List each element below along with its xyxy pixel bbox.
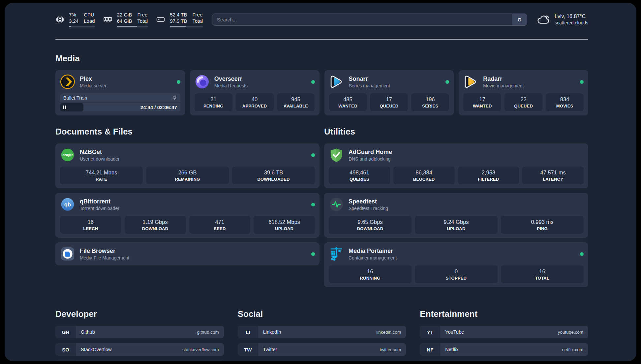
- header-divider: [55, 39, 588, 40]
- link-domain: linkedin.com: [376, 330, 401, 335]
- ram-free-value: 22 GiB: [117, 12, 132, 18]
- link-linkedin[interactable]: LI LinkedIn linkedin.com: [238, 326, 406, 338]
- app-name: AdGuard Home: [349, 148, 392, 156]
- adguard-card[interactable]: AdGuard Home DNS and adblocking 498,461Q…: [324, 143, 588, 188]
- link-domain: youtube.com: [558, 330, 583, 335]
- stat-box: 40APPROVED: [236, 93, 274, 111]
- app-description: Media Requests: [214, 83, 248, 88]
- link-reddit[interactable]: RE Reddit reddit.com: [420, 361, 588, 361]
- search-engine-button[interactable]: G: [512, 14, 527, 25]
- developer-section-title: Developer: [55, 309, 224, 319]
- speedtest-icon: [329, 197, 344, 212]
- disk-total-label: Total: [192, 18, 203, 24]
- app-description: Container management: [349, 255, 397, 260]
- link-abbr: LI: [238, 326, 258, 338]
- now-playing-title: Bullet Train: [63, 95, 87, 101]
- screen-frame: 7% 3.24 CPU Load: [0, 0, 641, 364]
- status-dot: [311, 203, 315, 206]
- status-dot: [311, 252, 315, 256]
- portainer-card[interactable]: Media Portainer Container management 16R…: [324, 242, 588, 287]
- svg-text:qb: qb: [64, 201, 71, 208]
- link-stackoverflow[interactable]: SO StackOverflow stackoverflow.com: [55, 343, 224, 356]
- entertainment-section-title: Entertainment: [420, 309, 588, 319]
- qbittorrent-card[interactable]: qb qBittorrent Torrent downloader 16LEEC…: [55, 193, 320, 238]
- stat-box: 0STOPPED: [415, 265, 498, 283]
- app-description: Torrent downloader: [80, 206, 119, 211]
- stat-box: 471SEED: [189, 216, 251, 234]
- disk-free-label: Free: [192, 12, 203, 18]
- now-playing-widget: Bullet Train 24:44 / 02:06:47: [60, 93, 180, 111]
- cpu-chip-icon: [55, 15, 65, 24]
- stat-box: 196SERIES: [411, 93, 449, 111]
- link-abbr: YT: [420, 326, 440, 338]
- memory-stat: 22 GiB 64 GiB Free Total: [103, 12, 148, 27]
- link-youtube[interactable]: YT YouTube youtube.com: [420, 326, 588, 338]
- sonarr-card[interactable]: Sonarr Series management 485WANTED 17QUE…: [324, 70, 454, 115]
- stat-box: 834MOVIES: [546, 93, 584, 111]
- link-name: Twitter: [263, 347, 277, 352]
- overseerr-card[interactable]: Overseerr Media Requests 21PENDING 40APP…: [190, 70, 320, 115]
- stat-box: 945AVAILABLE: [277, 93, 315, 111]
- link-name: StackOverflow: [81, 347, 111, 352]
- pause-icon: [63, 105, 67, 109]
- link-name: YouTube: [445, 329, 464, 335]
- cpu-usage-value: 7%: [69, 12, 78, 18]
- link-name: LinkedIn: [263, 329, 281, 335]
- link-name: Github: [81, 329, 95, 335]
- stat-box: 39.6 TBDOWNLOADED: [232, 167, 315, 184]
- link-abbr: GH: [55, 326, 76, 338]
- disk-progress-bar: [170, 26, 203, 27]
- link-netflix[interactable]: NF Netflix netflix.com: [420, 343, 588, 356]
- radarr-icon: [463, 74, 478, 89]
- disk-icon: [156, 15, 166, 24]
- app-name: Overseerr: [214, 75, 248, 82]
- speedtest-card[interactable]: Speedtest Speedtest Tracking 9.65 GbpsDO…: [324, 193, 588, 238]
- link-abbr: SO: [55, 343, 76, 356]
- link-domain: github.com: [197, 330, 219, 335]
- search-input[interactable]: [212, 14, 512, 25]
- ram-total-value: 64 GiB: [117, 18, 132, 24]
- filebrowser-card[interactable]: File Browser Media File Management: [55, 242, 320, 265]
- cpu-stat: 7% 3.24 CPU Load: [55, 12, 95, 27]
- app-name: Media Portainer: [349, 247, 397, 255]
- app-name: NZBGet: [80, 148, 120, 156]
- stat-box: 498,461QUERIES: [329, 167, 390, 184]
- ram-total-label: Total: [137, 18, 148, 24]
- media-section-title: Media: [55, 53, 588, 64]
- cpu-usage-label: CPU: [84, 12, 95, 18]
- stat-box: 618.52 MbpsUPLOAD: [254, 216, 315, 234]
- status-dot: [177, 80, 180, 84]
- plex-card[interactable]: Plex Media server Bullet Train: [55, 70, 185, 115]
- gear-icon[interactable]: [172, 95, 177, 100]
- status-dot: [445, 80, 449, 84]
- weather-condition: scattered clouds: [555, 20, 588, 26]
- stat-box: 9.65 GbpsDOWNLOAD: [329, 216, 412, 234]
- disk-free-value: 52.4 TB: [170, 12, 187, 18]
- section-documents: Documents & Files nzbget NZBGet Usenet d…: [55, 127, 320, 292]
- stat-box: 485WANTED: [329, 93, 367, 111]
- cpu-load-value: 3.24: [69, 18, 78, 24]
- link-dev[interactable]: DT DEV dev.to: [55, 361, 224, 361]
- link-github[interactable]: GH Github github.com: [55, 326, 224, 338]
- section-developer: Developer GH Github github.com SO StackO…: [55, 309, 224, 361]
- link-twitter[interactable]: TW Twitter twitter.com: [238, 343, 406, 356]
- section-entertainment: Entertainment YT YouTube youtube.com NF …: [420, 309, 588, 361]
- link-abbr: TW: [238, 343, 258, 356]
- cloud-icon: [536, 13, 550, 26]
- stat-box: 9.24 GbpsUPLOAD: [415, 216, 498, 234]
- app-description: Usenet downloader: [80, 156, 120, 162]
- ram-free-label: Free: [137, 12, 148, 18]
- sonarr-icon: [329, 74, 344, 89]
- filebrowser-icon: [60, 246, 75, 261]
- app-name: File Browser: [80, 247, 129, 255]
- status-dot: [311, 153, 315, 157]
- link-abbr: DT: [55, 361, 76, 361]
- disk-stat: 52.4 TB 97.9 TB Free Total: [156, 12, 203, 27]
- status-dot: [580, 252, 584, 256]
- stat-box: 17QUEUED: [370, 93, 408, 111]
- radarr-card[interactable]: Radarr Movie management 17WANTED 22QUEUE…: [459, 70, 588, 115]
- stat-box: 86,384BLOCKED: [393, 167, 455, 184]
- cpu-progress-bar: [69, 26, 95, 27]
- nzbget-card[interactable]: nzbget NZBGet Usenet downloader 744.21 M…: [55, 143, 320, 188]
- app-description: Media File Management: [80, 255, 129, 260]
